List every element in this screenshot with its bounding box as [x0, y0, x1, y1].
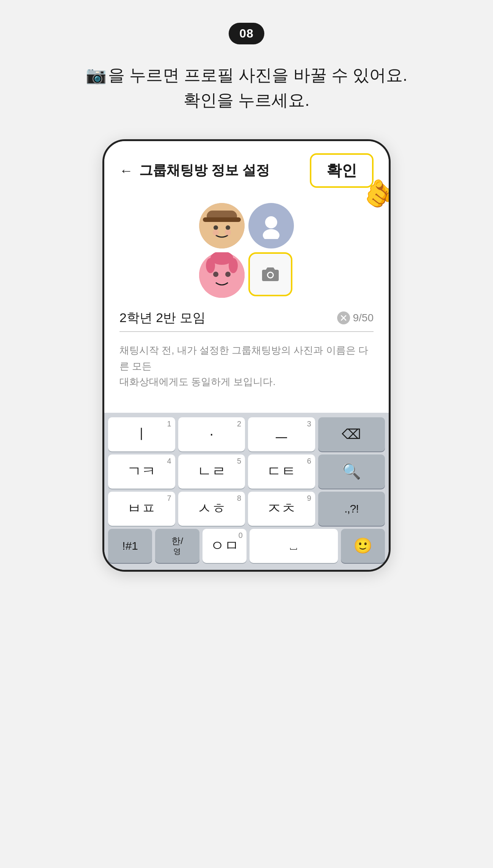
svg-point-7 [265, 216, 277, 228]
hand-cursor-icon: 🫵 [361, 175, 391, 211]
svg-point-16 [268, 273, 273, 277]
char-count-area: 9/50 [337, 311, 374, 324]
key-lang[interactable]: 한/영 [155, 529, 199, 563]
keyboard-row-1: 1 ㅣ 2 · 3 ㅡ ⌫ [108, 417, 385, 451]
avatar-user1 [199, 203, 245, 248]
key-9[interactable]: 9 ㅈㅊ [248, 492, 315, 526]
svg-point-13 [206, 258, 215, 273]
key-7[interactable]: 7 ㅂㅍ [108, 492, 175, 526]
key-0[interactable]: 0 ㅇㅁ [203, 529, 246, 563]
instruction-text: 📷그룹채팅방 정보 설정을 누르면 프로필 사진을 바꿀 수 있어요. 확인을 … [86, 63, 408, 113]
avatar-user2 [248, 203, 294, 248]
key-space[interactable]: ⎵ [250, 529, 338, 563]
camera-button[interactable] [248, 252, 292, 296]
key-5[interactable]: 5 ㄴㄹ [178, 454, 245, 489]
key-3[interactable]: 3 ㅡ [248, 417, 315, 451]
svg-point-6 [225, 230, 231, 236]
room-description: 채팅시작 전, 내가 설정한 그룹채팅방의 사진과 이름은 다른 모든대화상대에… [104, 336, 389, 413]
svg-point-8 [263, 229, 279, 239]
key-4[interactable]: 4 ㄱㅋ [108, 454, 175, 489]
header-left: ← 그룹채팅방 정보 설정 [119, 161, 270, 180]
key-special[interactable]: !#1 [108, 529, 152, 563]
instruction-line2: 확인을 누르세요. [184, 91, 309, 109]
keyboard: 1 ㅣ 2 · 3 ㅡ ⌫ 4 ㄱㅋ 5 ㄴㄹ [104, 413, 389, 570]
avatar-user3 [199, 252, 245, 298]
key-search[interactable]: 🔍 [318, 454, 385, 489]
header-title: 그룹채팅방 정보 설정 [139, 161, 270, 180]
keyboard-row-3: 7 ㅂㅍ 8 ㅅㅎ 9 ㅈㅊ .,?! [108, 492, 385, 526]
avatar-grid [199, 203, 294, 298]
child-face [199, 203, 245, 248]
key-1[interactable]: 1 ㅣ [108, 417, 175, 451]
svg-point-4 [226, 225, 230, 230]
key-backspace[interactable]: ⌫ [318, 417, 385, 451]
svg-point-11 [225, 272, 231, 277]
svg-point-14 [229, 258, 238, 273]
keyboard-row-2: 4 ㄱㅋ 5 ㄴㄹ 6 ㄷㅌ 🔍 [108, 454, 385, 489]
room-name-text: 2학년 2반 모임 [119, 309, 206, 327]
key-punctuation[interactable]: .,?! [318, 492, 385, 526]
key-8[interactable]: 8 ㅅㅎ [178, 492, 245, 526]
key-emoji[interactable]: 🙂 [341, 529, 385, 563]
svg-rect-2 [203, 217, 241, 222]
room-name-section: 2학년 2반 모임 9/50 [104, 302, 389, 336]
clear-button[interactable] [337, 311, 350, 324]
avatar-section [104, 195, 389, 302]
keyboard-row-4: !#1 한/영 0 ㅇㅁ ⎵ 🙂 [108, 529, 385, 563]
svg-point-0 [199, 203, 245, 248]
svg-point-5 [213, 230, 219, 236]
search-icon: 🔍 [342, 462, 361, 480]
confirm-btn-wrapper: 확인 🫵 [310, 153, 374, 188]
room-name-row: 2학년 2반 모임 9/50 [119, 309, 374, 332]
instruction-line1: 을 누르면 프로필 사진을 바꿀 수 있어요. [108, 66, 408, 84]
svg-point-10 [213, 272, 218, 277]
app-header: ← 그룹채팅방 정보 설정 확인 🫵 [104, 141, 389, 195]
camera-emoji-icon: 📷 [86, 63, 107, 88]
back-arrow-icon[interactable]: ← [119, 163, 133, 179]
key-6[interactable]: 6 ㄷㅌ [248, 454, 315, 489]
svg-point-3 [214, 225, 218, 230]
phone-frame: ← 그룹채팅방 정보 설정 확인 🫵 [102, 139, 391, 572]
char-count: 9/50 [353, 312, 374, 324]
step-badge: 08 [229, 23, 264, 44]
key-2[interactable]: 2 · [178, 417, 245, 451]
